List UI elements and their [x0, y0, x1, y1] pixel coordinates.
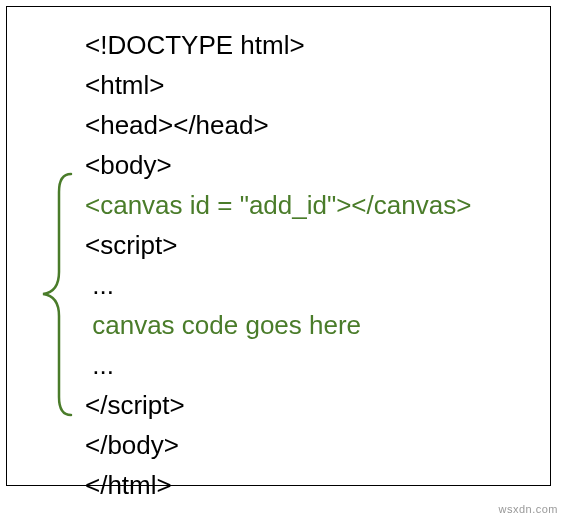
code-line: </body> [85, 425, 550, 465]
code-line: ... [85, 265, 550, 305]
code-line: <html> [85, 65, 550, 105]
code-line: ... [85, 345, 550, 385]
code-line: <head></head> [85, 105, 550, 145]
code-content: <!DOCTYPE html> <html> <head></head> <bo… [7, 25, 550, 505]
code-line: <!DOCTYPE html> [85, 25, 550, 65]
code-line-highlight: canvas code goes here [85, 305, 550, 345]
code-line: <script> [85, 225, 550, 265]
code-example-box: <!DOCTYPE html> <html> <head></head> <bo… [6, 6, 551, 486]
watermark-text: wsxdn.com [498, 503, 558, 515]
code-line: </html> [85, 465, 550, 505]
code-line: <body> [85, 145, 550, 185]
code-line: </script> [85, 385, 550, 425]
code-line-highlight: <canvas id = "add_id"></canvas> [85, 185, 550, 225]
